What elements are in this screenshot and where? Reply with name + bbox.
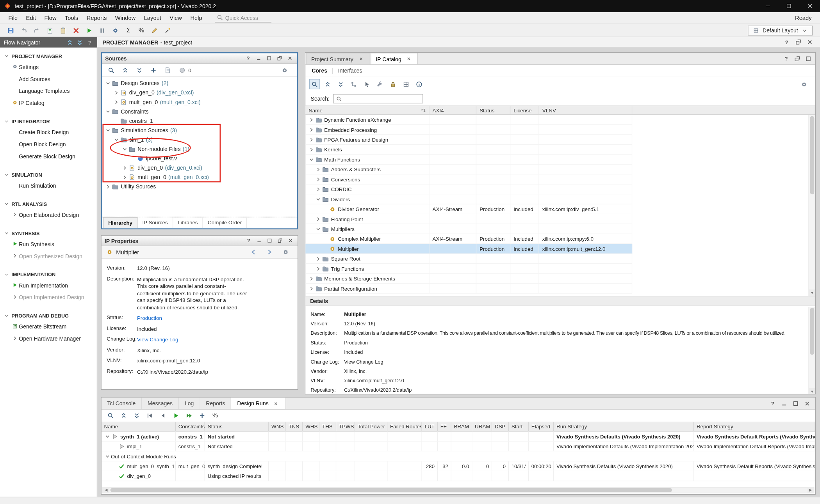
expand-all-button[interactable] xyxy=(335,79,346,89)
flownav-section-header-simulation[interactable]: SIMULATION xyxy=(0,170,97,179)
expand-arrow-icon[interactable] xyxy=(112,89,120,96)
question-icon[interactable]: ? xyxy=(769,400,777,407)
question-icon[interactable]: ? xyxy=(244,55,252,62)
horizontal-scrollbar[interactable]: ◀ ▶ xyxy=(103,487,815,493)
sources-tab-compile-order[interactable]: Compile Order xyxy=(203,217,247,228)
search-button[interactable] xyxy=(106,65,117,75)
runs-column-constraints[interactable]: Constraints xyxy=(176,422,205,431)
float-icon[interactable] xyxy=(276,237,284,244)
ip-search-input[interactable] xyxy=(343,96,421,102)
play-green-button[interactable] xyxy=(171,410,182,421)
flownav-item-open-block-design[interactable]: Open Block Design xyxy=(0,138,97,150)
collapse-all-icon[interactable] xyxy=(66,39,74,46)
double-play-button[interactable] xyxy=(184,410,194,421)
report-button[interactable] xyxy=(45,25,55,35)
details-value-change-log[interactable]: View Change Log xyxy=(344,358,383,364)
runs-group-out-of-context-module-runs[interactable]: Out-of-Context Module Runs xyxy=(102,451,815,461)
runs-column-status[interactable]: Status xyxy=(205,422,269,431)
runs-column-bram[interactable]: BRAM xyxy=(451,422,472,431)
menu-reports[interactable]: Reports xyxy=(82,14,111,22)
runs-column-whs[interactable]: WHS xyxy=(303,422,319,431)
close-tab-icon[interactable] xyxy=(357,55,365,62)
pause-button[interactable] xyxy=(97,25,108,35)
close-icon[interactable] xyxy=(286,55,294,62)
catalog-row-conversions[interactable]: Conversions xyxy=(305,174,632,184)
scroll-right-icon[interactable]: ▶ xyxy=(808,488,814,493)
skip-start-button[interactable] xyxy=(144,410,155,421)
scroll-left-icon[interactable]: ◀ xyxy=(103,488,109,493)
flownav-item-open-synthesized-design[interactable]: Open Synthesized Design xyxy=(0,250,97,262)
back-button[interactable] xyxy=(248,247,259,257)
source-tree-item-div-gen-0[interactable]: div_gen_0(div_gen_0.xci) xyxy=(102,88,297,97)
step-back-button[interactable] xyxy=(157,410,168,421)
sigma-button[interactable]: Σ xyxy=(123,25,134,35)
question-icon[interactable]: ? xyxy=(783,38,791,46)
flownav-section-header-ip-integrator[interactable]: IP INTEGRATOR xyxy=(0,117,97,126)
runs-row-mult-gen-0-synth-1[interactable]: mult_gen_0_synth_1mult_gen_0synth_design… xyxy=(102,461,815,471)
minimize-icon[interactable] xyxy=(780,400,788,407)
source-tree-item-mult-gen-0[interactable]: mult_gen_0(mult_gen_0.xci) xyxy=(102,97,297,106)
catalog-row-partial-reconfiguration[interactable]: Partial Reconfiguration xyxy=(305,284,632,293)
maximize-icon[interactable] xyxy=(792,400,800,407)
flownav-section-header-program-and-debug[interactable]: PROGRAM AND DEBUG xyxy=(0,311,97,320)
flownav-item-generate-block-design[interactable]: Generate Block Design xyxy=(0,150,97,162)
catalog-row-complex-multiplier[interactable]: Complex Multiplier AXI4-Stream Productio… xyxy=(305,234,632,244)
expand-arrow-icon[interactable] xyxy=(314,176,322,183)
flownav-section-header-project-manager[interactable]: PROJECT MANAGER xyxy=(0,51,97,60)
subtab-interfaces[interactable]: Interfaces xyxy=(338,67,362,73)
source-tree-item-constraints[interactable]: Constraints xyxy=(102,106,297,116)
settings-button[interactable] xyxy=(110,25,121,35)
runs-column-start[interactable]: Start xyxy=(509,422,529,431)
close-icon[interactable] xyxy=(803,400,811,407)
column-header-license[interactable]: License xyxy=(510,106,539,114)
collapse-arrow-icon[interactable] xyxy=(103,453,111,460)
layout-selector[interactable]: Default Layout xyxy=(748,25,813,35)
collapse-all-button[interactable] xyxy=(322,79,333,89)
expand-arrow-icon[interactable] xyxy=(308,126,315,133)
sources-panel-header[interactable]: Sources ? xyxy=(102,53,297,64)
float-icon[interactable] xyxy=(276,55,283,62)
close-tab-icon[interactable] xyxy=(272,400,280,407)
flownav-item-create-block-design[interactable]: Create Block Design xyxy=(0,126,97,138)
column-header-name[interactable]: Name^1 xyxy=(305,106,429,114)
ipp-value-change-log[interactable]: View Change Log xyxy=(137,336,248,343)
catalog-row-cordic[interactable]: CORDIC xyxy=(305,185,632,194)
save-button[interactable] xyxy=(5,25,16,35)
source-tree-item-simulation-sources[interactable]: Simulation Sources(3) xyxy=(102,125,297,135)
expand-arrow-icon[interactable] xyxy=(314,215,322,223)
runs-row-synth-1-active[interactable]: synth_1 (active)constrs_1Not startedViva… xyxy=(102,431,815,441)
flownav-item-run-synthesis[interactable]: Run Synthesis xyxy=(0,238,97,250)
maximize-icon[interactable] xyxy=(804,55,812,62)
expand-all-button[interactable] xyxy=(131,410,142,421)
forward-button[interactable] xyxy=(264,247,275,257)
collapse-arrow-icon[interactable] xyxy=(103,433,111,440)
catalog-row-math-functions[interactable]: Math Functions xyxy=(305,154,632,164)
flownav-section-header-implementation[interactable]: IMPLEMENTATION xyxy=(0,270,97,279)
runs-column-tns[interactable]: TNS xyxy=(286,422,303,431)
menu-help[interactable]: Help xyxy=(186,14,207,22)
catalog-row-fpga-features-and-design[interactable]: FPGA Features and Design xyxy=(305,135,632,145)
collapse-arrow-icon[interactable] xyxy=(104,108,112,115)
source-tree-item-ipcore-test-v[interactable]: ipcore_test.v xyxy=(102,154,297,163)
flownav-section-header-synthesis[interactable]: SYNTHESIS xyxy=(0,228,97,238)
catalog-scrollbar[interactable]: ▼ xyxy=(809,115,815,296)
maximize-icon[interactable] xyxy=(266,237,273,244)
add-button[interactable] xyxy=(197,410,208,421)
flownav-item-run-simulation[interactable]: Run Simulation xyxy=(0,179,97,191)
runs-column-run-strategy[interactable]: Run Strategy xyxy=(554,422,694,431)
runs-column-uram[interactable]: URAM xyxy=(472,422,492,431)
collapse-arrow-icon[interactable] xyxy=(112,136,120,143)
flownav-item-settings[interactable]: Settings xyxy=(0,60,97,73)
ip-search-box[interactable] xyxy=(333,94,423,103)
info-button[interactable] xyxy=(414,79,424,89)
source-tree-item-constrs-1[interactable]: constrs_1 xyxy=(102,116,297,125)
catalog-row-dynamic-function-exchange[interactable]: Dynamic Function eXchange xyxy=(305,115,632,125)
float-icon[interactable] xyxy=(793,55,801,62)
question-icon[interactable]: ? xyxy=(86,39,94,46)
bottom-tab-tcl-console[interactable]: Tcl Console xyxy=(102,398,142,409)
minimize-icon[interactable] xyxy=(255,237,263,244)
menu-view[interactable]: View xyxy=(166,14,186,22)
flownav-item-ip-catalog[interactable]: IP Catalog xyxy=(0,97,97,109)
sources-settings-button[interactable] xyxy=(279,65,290,75)
minimize-button[interactable] xyxy=(757,0,778,12)
